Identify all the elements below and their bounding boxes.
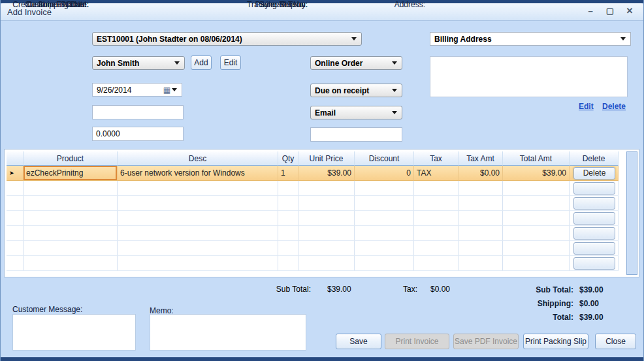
grid-header-row: Product Desc Qty Unit Price Discount Tax… <box>7 151 619 166</box>
delete-row-button[interactable] <box>573 257 615 270</box>
payment-term-select[interactable]: Due on receipt <box>310 84 402 97</box>
print-invoice-button[interactable]: Print Invoice <box>385 334 449 349</box>
calendar-icon: ▦ <box>163 86 170 95</box>
grid-header-selector <box>7 151 24 166</box>
cell-qty[interactable]: 1 <box>278 166 298 181</box>
table-row-empty[interactable] <box>7 196 619 211</box>
address-delete-link[interactable]: Delete <box>602 102 626 111</box>
table-row-empty[interactable] <box>7 226 619 241</box>
cell-desc[interactable]: 6-user network version for Windows <box>118 166 278 181</box>
delete-row-button[interactable] <box>573 197 615 210</box>
grid-header-tax[interactable]: Tax <box>414 151 459 166</box>
grid-header-desc[interactable]: Desc <box>118 151 278 166</box>
close-icon[interactable]: ✕ <box>624 6 636 16</box>
address-label: Address: <box>366 0 425 9</box>
customer-po-input[interactable] <box>92 105 184 119</box>
customer-message-label: Customer Message: <box>12 305 82 314</box>
grid-subtotal-value: $39.00 <box>327 285 351 294</box>
chevron-down-icon <box>174 61 180 65</box>
shipping-cost-label: Shipping Cost: <box>1 0 89 9</box>
delete-row-button[interactable]: Delete <box>573 167 615 180</box>
customer-name-select[interactable]: John Smith <box>92 56 185 70</box>
summary-total-value: $39.00 <box>579 313 604 322</box>
grid-header-product[interactable]: Product <box>24 151 118 166</box>
shipping-cost-input[interactable] <box>92 127 184 141</box>
maximize-icon[interactable]: ▢ <box>604 6 616 16</box>
grid-vertical-scrollbar[interactable] <box>626 151 637 275</box>
chevron-down-icon <box>620 37 626 40</box>
row-selector-cell[interactable]: ➤ <box>7 166 24 181</box>
cell-product[interactable]: ezCheckPrinitng <box>24 166 118 181</box>
table-row[interactable]: ➤ ezCheckPrinitng 6-user network version… <box>7 166 619 181</box>
grid-subtotal-label: Sub Total: <box>249 285 311 294</box>
minimize-icon[interactable]: – <box>585 6 596 16</box>
address-display-box <box>430 56 628 97</box>
delete-row-button[interactable] <box>573 182 615 195</box>
table-row-empty[interactable] <box>7 256 619 271</box>
grid-header-delete[interactable]: Delete <box>570 151 619 166</box>
summary-shipping-label: Shipping: <box>497 299 573 308</box>
address-select[interactable]: Billing Address <box>430 32 631 46</box>
cell-tax[interactable]: TAX <box>414 166 459 181</box>
sales-person-select[interactable]: Online Order <box>310 56 402 70</box>
summary-total-label: Total: <box>497 313 573 322</box>
grid-tax-value: $0.00 <box>430 285 450 294</box>
window-bottom-edge <box>1 357 643 361</box>
tracking-ref-input[interactable] <box>310 127 402 142</box>
cell-unit-price[interactable]: $39.00 <box>298 166 355 181</box>
save-pdf-invoice-button[interactable]: Save PDF Invoice <box>453 334 519 349</box>
row-selector-arrow-icon: ➤ <box>9 170 14 176</box>
tracking-ref-label: Tracking Ref No.: <box>216 0 308 9</box>
cell-tax-amt[interactable]: $0.00 <box>459 166 503 181</box>
chevron-down-icon <box>172 88 177 91</box>
save-button[interactable]: Save <box>336 334 381 349</box>
date-picker[interactable]: 9/26/2014 ▦ <box>92 83 182 97</box>
chevron-down-icon <box>392 89 397 92</box>
delete-row-button[interactable] <box>573 242 615 255</box>
grid-header-discount[interactable]: Discount <box>355 151 414 166</box>
grid-header-tax-amt[interactable]: Tax Amt <box>459 151 503 166</box>
add-customer-button[interactable]: Add <box>191 55 212 70</box>
cell-delete: Delete <box>570 166 619 181</box>
summary-shipping-value: $0.00 <box>579 299 599 308</box>
close-button[interactable]: Close <box>595 334 636 349</box>
chevron-down-icon <box>351 37 357 40</box>
customer-message-input[interactable] <box>12 314 136 351</box>
edit-customer-button[interactable]: Edit <box>220 55 241 70</box>
cell-total-amt[interactable]: $39.00 <box>503 166 570 181</box>
summary-subtotal-label: Sub Total: <box>497 285 573 294</box>
chevron-down-icon <box>392 61 397 65</box>
titlebar[interactable]: Add Invoice – ▢ ✕ <box>1 3 643 21</box>
print-packing-slip-button[interactable]: Print Packing Slip <box>523 334 588 349</box>
table-row-empty[interactable] <box>7 181 619 196</box>
invoice-items-grid: Product Desc Qty Unit Price Discount Tax… <box>4 149 639 277</box>
grid-tax-label: Tax: <box>386 285 417 294</box>
grid-header-qty[interactable]: Qty <box>278 151 298 166</box>
delete-row-button[interactable] <box>573 212 615 225</box>
chevron-down-icon <box>392 111 397 114</box>
memo-input[interactable] <box>150 314 306 351</box>
create-from-estimate-select[interactable]: EST10001 (John Stadter on 08/06/2014) <box>92 32 362 46</box>
add-invoice-dialog: Add Invoice – ▢ ✕ Create from Estimate: … <box>0 0 644 361</box>
cell-discount[interactable]: 0 <box>355 166 414 181</box>
address-edit-link[interactable]: Edit <box>579 102 594 111</box>
delete-row-button[interactable] <box>573 227 615 240</box>
grid-header-total-amt[interactable]: Total Amt <box>503 151 570 166</box>
summary-subtotal-value: $39.00 <box>579 285 604 294</box>
grid-header-unit-price[interactable]: Unit Price <box>298 151 355 166</box>
table-row-empty[interactable] <box>7 241 619 256</box>
table-row-empty[interactable] <box>7 211 619 226</box>
ship-by-select[interactable]: Email <box>310 106 402 119</box>
